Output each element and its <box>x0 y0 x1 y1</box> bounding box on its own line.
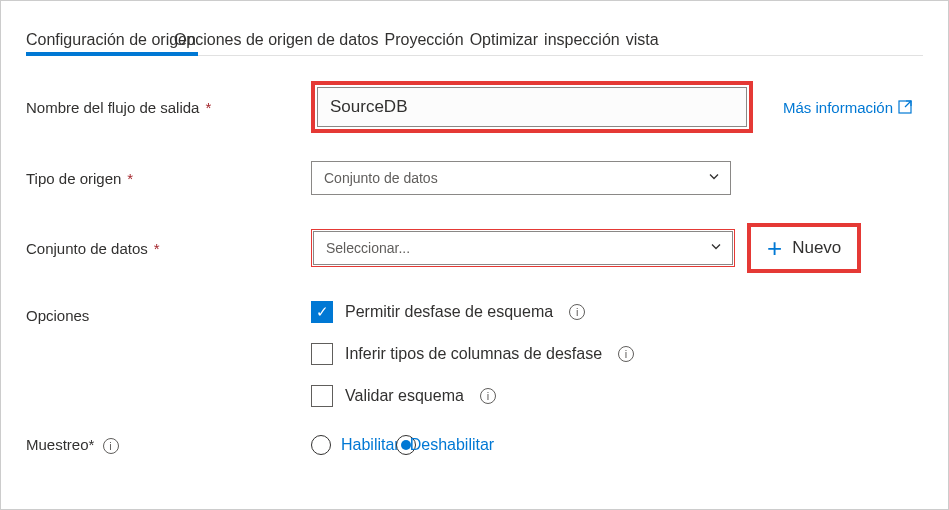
label-source-type: Tipo de origen* <box>26 170 311 187</box>
tab-proyeccion[interactable]: Proyección <box>384 31 465 55</box>
option-infer-drift-types-label: Inferir tipos de columnas de desfase <box>345 345 602 363</box>
tab-bar: Configuración de origen Opciones de orig… <box>26 31 923 56</box>
info-icon[interactable]: i <box>103 438 119 454</box>
info-icon[interactable]: i <box>569 304 585 320</box>
chevron-down-icon <box>708 171 720 186</box>
tab-configuracion-origen[interactable]: Configuración de origen <box>26 31 198 55</box>
chevron-down-icon <box>710 241 722 256</box>
label-output-stream-name: Nombre del flujo de salida* <box>26 99 311 116</box>
label-options: Opciones <box>26 301 311 324</box>
radio-sampling-enable[interactable] <box>311 435 331 455</box>
option-validate-schema-label: Validar esquema <box>345 387 464 405</box>
plus-icon: + <box>767 235 782 261</box>
output-stream-name-input[interactable] <box>317 87 747 127</box>
dataset-select[interactable]: Seleccionar... <box>313 231 733 265</box>
label-dataset: Conjunto de datos* <box>26 240 311 257</box>
option-allow-schema-drift-label: Permitir desfase de esquema <box>345 303 553 321</box>
info-icon[interactable]: i <box>480 388 496 404</box>
open-external-icon <box>897 99 913 115</box>
info-icon[interactable]: i <box>618 346 634 362</box>
tab-vista[interactable]: vista <box>626 31 661 55</box>
checkbox-infer-drift-types[interactable] <box>311 343 333 365</box>
radio-disable-label: Deshabilitar <box>410 436 494 454</box>
tab-inspeccion[interactable]: inspección <box>544 31 622 55</box>
new-dataset-button[interactable]: + Nuevo <box>757 231 851 265</box>
svg-line-1 <box>905 101 911 107</box>
checkbox-allow-schema-drift[interactable]: ✓ <box>311 301 333 323</box>
tab-optimizar[interactable]: Optimizar <box>470 31 540 55</box>
source-type-select[interactable]: Conjunto de datos <box>311 161 731 195</box>
label-sampling: Muestreo* i <box>26 436 311 454</box>
more-info-link[interactable]: Más información <box>783 99 913 116</box>
tab-opciones-origen-datos[interactable]: Opciones de origen de datos <box>174 31 381 55</box>
radio-enable-label: Habilitar <box>341 436 400 454</box>
checkbox-validate-schema[interactable] <box>311 385 333 407</box>
